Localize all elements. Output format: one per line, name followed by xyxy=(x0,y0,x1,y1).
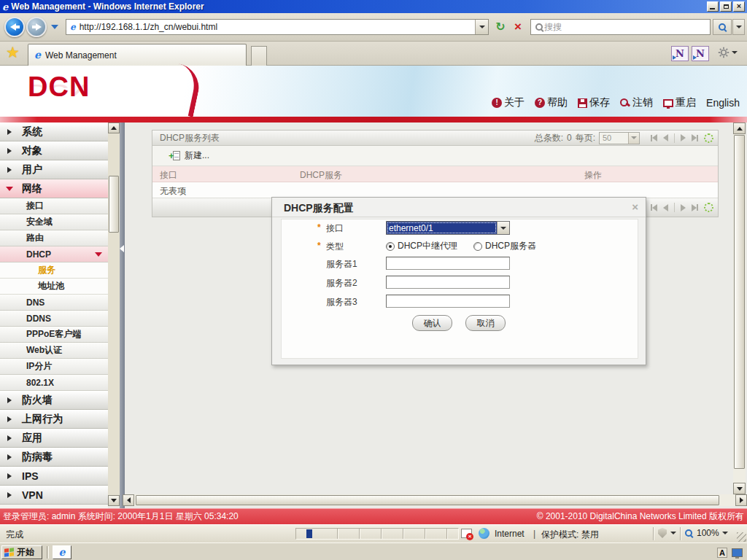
scroll-left-button[interactable] xyxy=(123,494,134,506)
help-link[interactable]: ?帮助 xyxy=(535,96,568,109)
display-tray-icon[interactable] xyxy=(732,548,743,557)
divider xyxy=(680,527,681,540)
sidebar-item-security-zone[interactable]: 安全域 xyxy=(0,214,108,230)
refresh-list-icon[interactable] xyxy=(704,133,713,143)
sidebar-item-pppoe-client[interactable]: PPPoE客户端 xyxy=(0,327,108,343)
language-indicator[interactable]: A xyxy=(717,548,727,558)
first-page-button[interactable] xyxy=(651,204,657,211)
next-page-button[interactable] xyxy=(681,204,686,211)
page-size-select[interactable]: 50 xyxy=(599,132,640,144)
prev-page-button[interactable] xyxy=(663,204,668,211)
sidebar-scrollbar[interactable] xyxy=(108,122,120,506)
dialog-close-icon[interactable]: × xyxy=(632,201,638,213)
help-icon: ? xyxy=(535,98,545,108)
page-ie-icon: e xyxy=(70,22,76,32)
zoom-control[interactable]: 100% xyxy=(684,528,728,538)
sidebar-item-vpn[interactable]: VPN xyxy=(0,486,108,505)
scroll-down-button[interactable] xyxy=(733,483,746,494)
address-bar[interactable]: e xyxy=(66,19,489,35)
security-report-button[interactable] xyxy=(658,528,676,538)
sidebar-item-dhcp[interactable]: DHCP xyxy=(0,246,108,262)
sidebar-item-network[interactable]: 网络 xyxy=(0,179,108,198)
last-page-button[interactable] xyxy=(692,204,698,211)
confirm-button[interactable]: 确认 xyxy=(412,315,452,331)
server1-input[interactable] xyxy=(386,257,510,270)
popup-blocked-icon[interactable] xyxy=(461,529,472,538)
server3-input[interactable] xyxy=(386,295,510,308)
resize-grip[interactable] xyxy=(737,532,746,542)
url-input[interactable] xyxy=(80,22,475,32)
scroll-right-button[interactable] xyxy=(735,494,747,506)
scroll-up-button[interactable] xyxy=(108,122,120,133)
last-page-button[interactable] xyxy=(692,134,698,141)
sidebar-item-firewall[interactable]: 防火墙 xyxy=(0,391,108,410)
vscrollbar-thumb[interactable] xyxy=(734,135,745,469)
radio-dhcp-relay[interactable] xyxy=(386,242,395,251)
tab-web-management[interactable]: e Web Management xyxy=(28,44,247,66)
content-vertical-scrollbar[interactable] xyxy=(733,122,746,494)
scroll-up-button[interactable] xyxy=(733,122,746,134)
search-options-button[interactable] xyxy=(732,19,745,35)
sidebar-item-interface[interactable]: 接口 xyxy=(0,198,108,214)
sidebar-item-ddns[interactable]: DDNS xyxy=(0,311,108,327)
sidebar-item-dhcp-address-pool[interactable]: 地址池 xyxy=(0,279,108,295)
cancel-button[interactable]: 取消 xyxy=(465,315,506,331)
about-link[interactable]: !关于 xyxy=(492,96,525,109)
new-tab-button[interactable] xyxy=(251,46,267,66)
radio-dhcp-server[interactable] xyxy=(473,242,482,251)
sidebar-item-system[interactable]: 系统 xyxy=(0,122,108,141)
tools-menu-button[interactable] xyxy=(718,47,738,58)
reboot-link[interactable]: 重启 xyxy=(663,96,696,109)
sidebar-item-ips[interactable]: IPS xyxy=(0,467,108,486)
interface-select[interactable]: ethernet0/1 xyxy=(386,221,510,235)
minimize-button[interactable] xyxy=(707,1,719,12)
language-english-link[interactable]: English xyxy=(706,97,740,109)
panel-header: DHCP服务列表 总条数: 0 每页: 50 xyxy=(152,131,718,146)
prev-page-button[interactable] xyxy=(663,134,668,141)
search-input[interactable] xyxy=(544,22,710,32)
hscrollbar-thumb[interactable] xyxy=(136,495,719,505)
sidebar-item-user[interactable]: 用户 xyxy=(0,160,108,179)
refresh-button[interactable]: ↻ xyxy=(492,19,509,35)
logout-link[interactable]: 注销 xyxy=(620,96,653,109)
url-dropdown-button[interactable] xyxy=(475,20,488,34)
onenote-linked-button[interactable]: N xyxy=(692,46,709,61)
content-horizontal-scrollbar[interactable] xyxy=(123,494,747,506)
search-box[interactable] xyxy=(530,19,711,35)
onenote-send-button[interactable]: N xyxy=(671,46,689,61)
sidebar-item-internet-behavior[interactable]: 上网行为 xyxy=(0,410,108,429)
stop-button[interactable]: × xyxy=(509,19,527,35)
sidebar-item-object[interactable]: 对象 xyxy=(0,141,108,160)
search-go-button[interactable] xyxy=(713,19,732,35)
scroll-down-button[interactable] xyxy=(108,495,120,506)
new-button[interactable]: + 新建... xyxy=(170,149,209,162)
back-button[interactable] xyxy=(4,17,25,37)
chevron-down-icon[interactable] xyxy=(497,222,509,234)
start-button[interactable]: 开始 xyxy=(1,545,42,559)
sidebar-splitter[interactable] xyxy=(120,122,125,508)
server2-label: 服务器2 xyxy=(326,277,357,289)
forward-button[interactable] xyxy=(26,17,47,37)
sidebar-item-ip-fragment[interactable]: IP分片 xyxy=(0,359,108,375)
favorites-star-icon[interactable]: ★ xyxy=(6,44,20,61)
server2-input[interactable] xyxy=(386,276,510,289)
refresh-list-icon[interactable] xyxy=(704,203,713,212)
collapse-sidebar-arrow-icon[interactable] xyxy=(120,245,124,252)
sidebar-item-8021x[interactable]: 802.1X xyxy=(0,375,108,391)
sidebar-item-application[interactable]: 应用 xyxy=(0,429,108,448)
restore-button[interactable] xyxy=(720,1,732,12)
first-page-button[interactable] xyxy=(651,134,657,141)
sidebar-item-antivirus[interactable]: 防病毒 xyxy=(0,448,108,467)
dialog-buttons-row: 确认 取消 xyxy=(272,315,646,330)
sidebar-item-dns[interactable]: DNS xyxy=(0,295,108,311)
next-page-button[interactable] xyxy=(681,134,686,141)
save-link[interactable]: 保存 xyxy=(578,96,610,109)
sidebar-item-routing[interactable]: 路由 xyxy=(0,230,108,246)
onenote-icon: N xyxy=(696,48,705,59)
sidebar-scrollbar-thumb[interactable] xyxy=(109,176,119,233)
recent-pages-chevron-down-icon[interactable] xyxy=(51,25,58,29)
sidebar-item-dhcp-service[interactable]: 服务 xyxy=(0,262,108,279)
sidebar-item-web-auth[interactable]: Web认证 xyxy=(0,343,108,359)
taskbar-ie-button[interactable]: e xyxy=(53,545,71,559)
close-button[interactable]: × xyxy=(733,1,745,12)
